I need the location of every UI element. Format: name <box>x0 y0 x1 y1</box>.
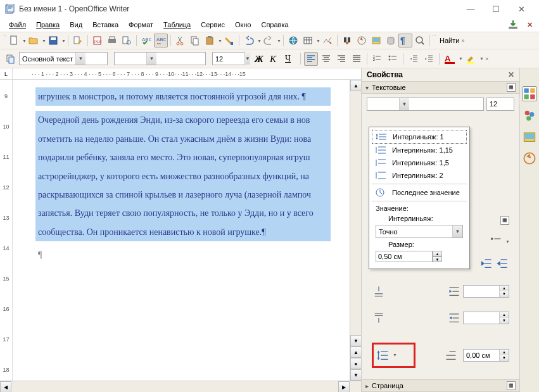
menu-tools[interactable]: Сервис <box>196 20 230 30</box>
selected-text-line[interactable]: запястья. Вуди теряет свою популярность,… <box>35 204 331 222</box>
tab-styles[interactable] <box>522 108 537 123</box>
highlight-dropdown[interactable]: ▼ <box>479 56 483 61</box>
para-section-more-button[interactable]: ▦ <box>500 216 509 225</box>
next-page-button[interactable]: ▼ <box>350 369 361 381</box>
side-space-spin-1[interactable]: ▲▼ <box>463 285 509 298</box>
copy-button[interactable] <box>188 34 202 47</box>
section-more-button[interactable]: ▦ <box>507 83 516 92</box>
close-document-button[interactable]: ✕ <box>524 19 535 30</box>
side-indent-dec-top[interactable] <box>495 256 509 270</box>
redo-button[interactable] <box>262 34 276 47</box>
auto-spellcheck-button[interactable]: ABC <box>154 34 168 47</box>
nonprinting-chars-button[interactable]: ¶ <box>398 34 412 47</box>
bold-button[interactable]: Ж <box>253 52 267 66</box>
align-left-button[interactable] <box>304 52 318 66</box>
menu-insert[interactable]: Вставка <box>87 20 124 30</box>
side-fontsize-combo[interactable]: 12 ▼ <box>486 98 514 111</box>
side-font-arrow[interactable]: ▼ <box>399 98 409 110</box>
spacing-opt-1[interactable]: Интерлиньяж: 1 <box>372 130 467 144</box>
menu-edit[interactable]: Правка <box>31 20 65 30</box>
spacing-opt-15[interactable]: Интерлиньяж: 1,5 <box>372 156 467 169</box>
spacing-mode-combo[interactable]: Точно ▼ <box>376 225 463 238</box>
para-style-combo[interactable]: Основной текст ▼ <box>19 52 108 65</box>
side-decrease-indent[interactable] <box>447 311 461 325</box>
menu-view[interactable]: Вид <box>65 20 87 30</box>
spellcheck-button[interactable]: ABC <box>139 34 153 47</box>
italic-button[interactable]: К <box>268 52 282 66</box>
menu-file[interactable]: Файл <box>4 20 31 30</box>
menu-window[interactable]: Окно <box>230 20 257 30</box>
size-down[interactable]: ▼ <box>433 256 442 262</box>
scroll-right-button[interactable]: ▶ <box>338 381 350 392</box>
print-preview-button[interactable] <box>120 34 134 47</box>
find-dropdown-icon[interactable]: » <box>460 37 465 44</box>
open-dropdown[interactable]: ▼ <box>41 39 46 43</box>
align-right-button[interactable] <box>334 52 348 66</box>
undo-button[interactable] <box>242 34 256 47</box>
size-up[interactable]: ▲ <box>433 251 442 256</box>
page-section-header[interactable]: Страница ▦ <box>362 379 519 392</box>
indent-up[interactable]: ▲ <box>499 350 509 355</box>
text-section-header[interactable]: Текстовые ▦ <box>362 81 519 94</box>
align-center-button[interactable] <box>319 52 333 66</box>
nav-menu-button[interactable]: ● <box>350 358 361 369</box>
font-color-button[interactable]: A <box>443 52 457 66</box>
save-button[interactable] <box>46 34 60 47</box>
numbering-button[interactable]: 12 <box>371 52 384 66</box>
line-spacing-button[interactable] <box>376 348 390 362</box>
toolbar-grip[interactable] <box>3 35 6 46</box>
decrease-indent-button[interactable] <box>407 52 421 66</box>
paste-button[interactable] <box>203 34 217 47</box>
paste-dropdown[interactable]: ▼ <box>217 39 222 43</box>
side-increase-indent[interactable] <box>447 284 461 298</box>
line-spacing-dropdown[interactable]: ▼ <box>392 353 396 357</box>
close-window-button[interactable]: ✕ <box>509 0 534 18</box>
selected-text-line[interactable]: Очередной день рождения Энди, из-за скор… <box>35 111 331 129</box>
menu-format[interactable]: Формат <box>124 20 158 30</box>
font-name-arrow[interactable]: ▼ <box>146 53 156 65</box>
fmt-overflow[interactable]: » <box>485 56 489 62</box>
selected-text-line[interactable]: игрушек в монстров, и потому является по… <box>35 87 331 106</box>
side-font-combo[interactable]: ▼ <box>367 98 484 111</box>
export-pdf-button[interactable]: PDF <box>91 34 105 47</box>
styles-button[interactable] <box>4 52 18 66</box>
horizontal-ruler[interactable]: L · · · 1 · · · 2 · · · 3 · · · 4 · · · … <box>0 68 361 80</box>
underline-button[interactable]: Ч <box>283 52 297 66</box>
toolbar-grip-2[interactable] <box>433 35 436 46</box>
datasources-button[interactable] <box>384 34 398 47</box>
prev-page-button[interactable]: ▲ <box>350 346 361 358</box>
bullets-button[interactable] <box>386 52 400 66</box>
side-bullets-dd[interactable]: ▼ <box>505 239 509 244</box>
section-more-button[interactable]: ▦ <box>507 381 516 390</box>
minimize-button[interactable]: — <box>458 0 483 18</box>
format-paintbrush-button[interactable] <box>222 34 236 47</box>
tab-gallery[interactable] <box>522 129 537 144</box>
zoom-button[interactable] <box>413 34 427 47</box>
indent-spin[interactable]: 0,00 см ▲▼ <box>463 349 509 362</box>
panel-close-button[interactable]: ✕ <box>508 70 514 79</box>
font-color-dropdown[interactable]: ▼ <box>458 56 462 61</box>
show-draw-button[interactable] <box>320 34 334 47</box>
selected-text-line[interactable]: сообщества. Он проникается ненавистью к … <box>35 223 331 241</box>
edit-doc-button[interactable] <box>71 34 85 47</box>
tab-navigator[interactable] <box>522 151 537 166</box>
save-dropdown[interactable]: ▼ <box>61 39 65 43</box>
spacing-size-input[interactable] <box>376 251 433 262</box>
font-size-combo[interactable]: 12 ▼ <box>212 52 245 65</box>
vertical-ruler[interactable]: 910111213141516171819 <box>0 80 13 381</box>
spacing-opt-2[interactable]: Интерлиньяж: 2 <box>372 169 467 182</box>
gallery-button[interactable] <box>369 34 383 47</box>
table-button[interactable] <box>301 34 315 47</box>
spacing-mode-arrow[interactable]: ▼ <box>452 225 462 237</box>
vertical-scrollbar[interactable]: ▲ ▼ ▲ ● ▼ <box>350 80 361 381</box>
horizontal-scrollbar[interactable]: ◀ ▶ <box>0 381 361 392</box>
menu-table[interactable]: Таблица <box>158 20 196 30</box>
font-size-arrow[interactable]: ▼ <box>244 53 250 65</box>
find-replace-button[interactable] <box>340 34 354 47</box>
tab-properties[interactable] <box>522 86 537 101</box>
print-button[interactable] <box>105 34 119 47</box>
hyperlink-button[interactable] <box>286 34 300 47</box>
scroll-up-button[interactable]: ▲ <box>350 80 361 91</box>
new-doc-button[interactable] <box>7 34 21 47</box>
selected-text-line[interactable]: подарили ребёнку, заняла его место. Это … <box>35 148 331 167</box>
